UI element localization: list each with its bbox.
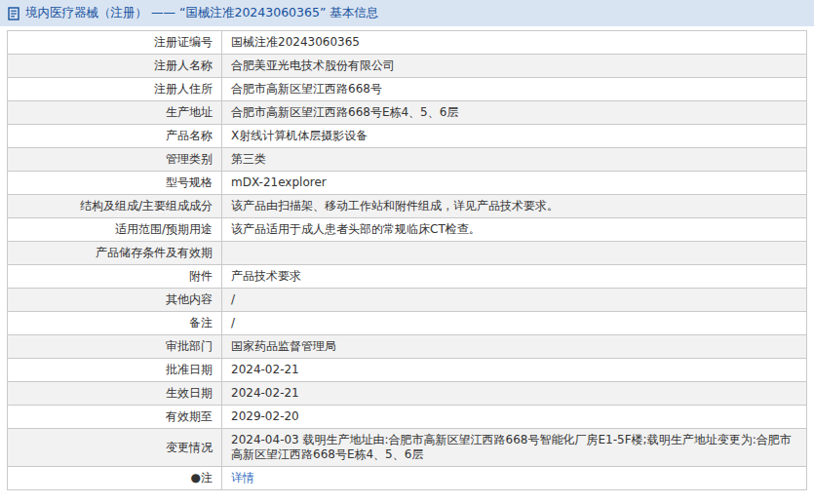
row-value: mDX-21explorer — [222, 172, 807, 195]
row-value: 合肥市高新区望江西路668号E栋4、5、6层 — [222, 101, 807, 125]
row-label: 有效期至 — [8, 406, 222, 429]
table-row: 生效日期 2024-02-21 — [8, 382, 807, 406]
table-row: 备注 / — [8, 312, 807, 335]
row-label: 型号规格 — [8, 172, 222, 195]
row-value: 该产品由扫描架、移动工作站和附件组成，详见产品技术要求。 — [222, 195, 807, 218]
row-label: 备注 — [8, 312, 222, 335]
row-value: 2024-04-03 载明生产地址由:合肥市高新区望江西路668号智能化厂房E1… — [222, 429, 807, 467]
table-row: 注册证编号 国械注准20243060365 — [8, 31, 807, 55]
row-label: 结构及组成/主要组成成分 — [8, 195, 222, 218]
table-row: 注册人住所 合肥市高新区望江西路668号 — [8, 78, 807, 101]
row-label: 产品名称 — [8, 125, 222, 148]
document-icon — [8, 7, 20, 20]
row-label: 生产地址 — [8, 101, 222, 125]
row-label: 产品储存条件及有效期 — [8, 242, 222, 265]
row-label: ●注 — [8, 467, 222, 490]
row-value — [222, 242, 807, 265]
row-value: 国械注准20243060365 — [222, 31, 807, 55]
row-label: 注册人名称 — [8, 55, 222, 78]
row-value: 第三类 — [222, 148, 807, 172]
row-label: 适用范围/预期用途 — [8, 218, 222, 242]
row-value: 该产品适用于成人患者头部的常规临床CT检查。 — [222, 218, 807, 242]
row-value: 2029-02-20 — [222, 406, 807, 429]
table-row: 审批部门 国家药品监督管理局 — [8, 335, 807, 359]
details-link[interactable]: 详情 — [231, 471, 254, 485]
table-row: 注册人名称 合肥美亚光电技术股份有限公司 — [8, 55, 807, 78]
table-row: 产品储存条件及有效期 — [8, 242, 807, 265]
page-header: 境内医疗器械（注册） —— “国械注准20243060365” 基本信息 — [0, 0, 814, 26]
row-label: 注册证编号 — [8, 31, 222, 55]
row-value: 国家药品监督管理局 — [222, 335, 807, 359]
table-row: 附件 产品技术要求 — [8, 265, 807, 289]
table-row: 生产地址 合肥市高新区望江西路668号E栋4、5、6层 — [8, 101, 807, 125]
row-label: 变更情况 — [8, 429, 222, 467]
row-value: 合肥市高新区望江西路668号 — [222, 78, 807, 101]
row-value: 详情 — [222, 467, 807, 490]
table-row: 管理类别 第三类 — [8, 148, 807, 172]
row-label: 注册人住所 — [8, 78, 222, 101]
table-row: ●注 详情 — [8, 467, 807, 490]
table-row: 其他内容 / — [8, 289, 807, 312]
table-row: 产品名称 X射线计算机体层摄影设备 — [8, 125, 807, 148]
table-row: 型号规格 mDX-21explorer — [8, 172, 807, 195]
row-value: 合肥美亚光电技术股份有限公司 — [222, 55, 807, 78]
row-label: 附件 — [8, 265, 222, 289]
table-row: 有效期至 2029-02-20 — [8, 406, 807, 429]
page-title: 境内医疗器械（注册） —— “国械注准20243060365” 基本信息 — [25, 5, 378, 21]
table-row: 变更情况 2024-04-03 载明生产地址由:合肥市高新区望江西路668号智能… — [8, 429, 807, 467]
row-label: 管理类别 — [8, 148, 222, 172]
row-label: 生效日期 — [8, 382, 222, 406]
table-row: 结构及组成/主要组成成分 该产品由扫描架、移动工作站和附件组成，详见产品技术要求… — [8, 195, 807, 218]
row-value: X射线计算机体层摄影设备 — [222, 125, 807, 148]
row-value: 2024-02-21 — [222, 359, 807, 382]
table-row: 适用范围/预期用途 该产品适用于成人患者头部的常规临床CT检查。 — [8, 218, 807, 242]
row-value: / — [222, 312, 807, 335]
row-label: 批准日期 — [8, 359, 222, 382]
row-value: 产品技术要求 — [222, 265, 807, 289]
row-value: / — [222, 289, 807, 312]
row-value: 2024-02-21 — [222, 382, 807, 406]
row-label: 其他内容 — [8, 289, 222, 312]
info-table: 注册证编号 国械注准20243060365 注册人名称 合肥美亚光电技术股份有限… — [7, 30, 807, 490]
table-row: 批准日期 2024-02-21 — [8, 359, 807, 382]
row-label: 审批部门 — [8, 335, 222, 359]
